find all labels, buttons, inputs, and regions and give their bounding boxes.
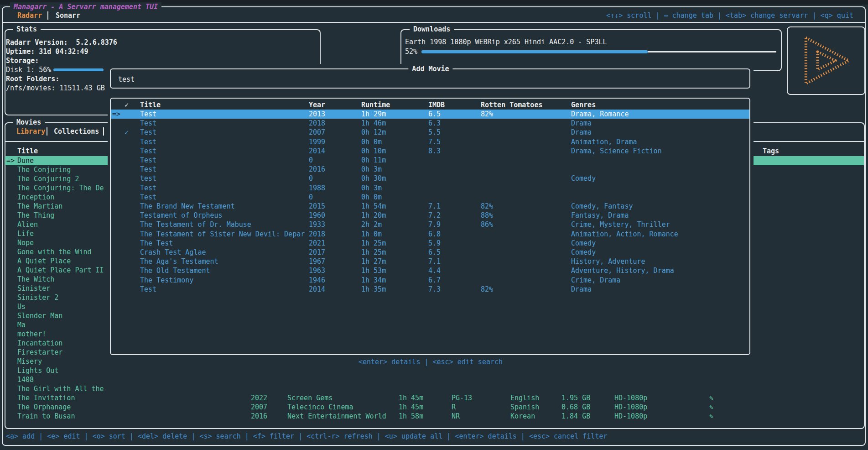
tab-sonarr[interactable]: Sonarr bbox=[56, 11, 80, 20]
movie-row-studio: Next Entertainment World bbox=[287, 412, 386, 421]
movies-panel-title: Movies bbox=[13, 118, 45, 127]
movie-list-item[interactable]: Life bbox=[17, 229, 34, 238]
result-title: Test bbox=[140, 193, 156, 202]
result-row[interactable]: =>Test20131h 29m6.582%Drama, Romance bbox=[111, 110, 749, 119]
movie-list-item[interactable]: The Orphanage bbox=[17, 403, 71, 412]
stats-panel-title: Stats bbox=[13, 25, 41, 34]
result-rotten_tomatoes: 88% bbox=[481, 211, 493, 220]
result-row[interactable]: Test00h 0m bbox=[111, 193, 749, 202]
movie-row-size: 1.84 GB bbox=[561, 412, 590, 421]
movie-list-item[interactable]: Gone with the Wind bbox=[17, 247, 92, 256]
disk-usage-label: Disk 1: 56% bbox=[6, 65, 51, 74]
result-row[interactable]: Test19880h 3m bbox=[111, 183, 749, 193]
result-genres: Fantasy, Drama bbox=[571, 211, 629, 220]
result-row[interactable]: Test19990h 0m7.5Animation, Drama bbox=[111, 137, 749, 147]
result-row[interactable]: The Test20211h 25m5.9Comedy bbox=[111, 239, 749, 248]
movie-list-item[interactable]: Us bbox=[17, 302, 26, 311]
result-row[interactable]: Test20141h 35m7.382%Drama bbox=[111, 285, 749, 294]
app-title: Managarr - A Servarr management TUI bbox=[10, 2, 161, 11]
movie-list-item[interactable]: Incantation bbox=[17, 339, 62, 348]
result-row[interactable]: Crash Test Aglae20171h 25m6.5Comedy bbox=[111, 248, 749, 257]
result-genres: Crime, Drama bbox=[571, 276, 620, 285]
movie-list-item[interactable]: Alien bbox=[17, 220, 38, 229]
result-imdb: 6.3 bbox=[428, 119, 441, 128]
movie-list-item[interactable]: Slender Man bbox=[17, 311, 62, 320]
movie-list-item[interactable]: Inception bbox=[17, 193, 54, 202]
result-imdb: 6.7 bbox=[428, 276, 441, 285]
tab-library[interactable]: Library bbox=[16, 127, 45, 136]
result-year: 0 bbox=[309, 156, 313, 165]
result-rotten_tomatoes: 82% bbox=[481, 110, 493, 119]
result-year: 1946 bbox=[309, 276, 325, 285]
result-year: 1963 bbox=[309, 266, 325, 275]
result-genres: Animation, Action, Romance bbox=[571, 230, 678, 239]
tab-separator bbox=[47, 127, 47, 136]
column-header: Title bbox=[140, 100, 161, 110]
result-runtime: 0h 11m bbox=[361, 156, 386, 165]
result-runtime: 0h 0m bbox=[361, 193, 382, 202]
radarr-version: Radarr Version: 5.2.6.8376 bbox=[6, 38, 117, 47]
bottom-help-bar: <a> add | <e> edit | <o> sort | <del> de… bbox=[6, 432, 608, 441]
download-progress-rest bbox=[648, 51, 776, 52]
movie-list-item[interactable]: Dune bbox=[17, 156, 34, 165]
result-row[interactable]: Test20140h 10m8.3Drama, Science Fiction bbox=[111, 147, 749, 156]
movie-list-item[interactable]: Nope bbox=[17, 238, 34, 247]
result-row[interactable]: test00h 30mComedy bbox=[111, 174, 749, 183]
result-year: 2014 bbox=[309, 147, 325, 156]
result-row[interactable]: Test20181h 46m6.3Drama bbox=[111, 119, 749, 128]
tab-radarr[interactable]: Radarr bbox=[17, 11, 42, 20]
movie-list-item[interactable]: The Witch bbox=[17, 275, 54, 284]
movie-list-item[interactable]: The Girl with All the bbox=[17, 384, 104, 393]
movie-row-runtime: 1h 45m bbox=[399, 403, 423, 412]
result-title: The Test bbox=[140, 239, 173, 248]
result-title: Test bbox=[140, 110, 156, 119]
movie-list-item[interactable]: The Conjuring 2 bbox=[17, 174, 79, 183]
movie-list-item[interactable]: A Quiet Place Part II bbox=[17, 266, 104, 275]
result-genres: Comedy bbox=[571, 239, 596, 248]
movie-list-item[interactable]: 1408 bbox=[17, 375, 34, 384]
movie-list-item[interactable]: Sinister 2 bbox=[17, 293, 58, 302]
result-imdb: 4.4 bbox=[428, 266, 441, 275]
movie-list-item[interactable]: The Thing bbox=[17, 211, 54, 220]
movie-row-year: 2016 bbox=[251, 412, 267, 421]
result-row[interactable]: The Brand New Testament20151h 54m7.182%C… bbox=[111, 202, 749, 211]
tab-collections[interactable]: Collections bbox=[54, 127, 99, 136]
movie-list-item[interactable]: Firestarter bbox=[17, 348, 62, 357]
result-year: 2007 bbox=[309, 128, 325, 137]
result-imdb: 7.1 bbox=[428, 257, 441, 266]
result-row[interactable]: The Testimony19461h 34m6.7Crime, Drama bbox=[111, 276, 749, 285]
movie-list-item[interactable]: A Quiet Place bbox=[17, 256, 71, 266]
movie-list-item[interactable]: Train to Busan bbox=[17, 412, 75, 421]
result-row[interactable]: The Aga's Testament19671h 27m7.1History,… bbox=[111, 257, 749, 266]
movie-row-certification: R bbox=[452, 403, 456, 412]
result-row[interactable]: The Testament of Sister New Devil: Depar… bbox=[111, 230, 749, 239]
result-row[interactable]: The Old Testament19631h 53m4.4Adventure,… bbox=[111, 266, 749, 275]
movie-list-item[interactable]: Ma bbox=[17, 320, 26, 330]
movie-row-certification: NR bbox=[452, 412, 460, 421]
result-runtime: 0h 3m bbox=[361, 165, 382, 174]
result-row[interactable]: Test20160h 3m bbox=[111, 165, 749, 174]
result-row[interactable]: Test00h 11m bbox=[111, 156, 749, 165]
search-input[interactable] bbox=[118, 75, 743, 84]
result-year: 2018 bbox=[309, 119, 325, 128]
movie-list-item[interactable]: The Conjuring: The De bbox=[17, 183, 104, 193]
downloads-panel-title: Downloads bbox=[410, 25, 454, 34]
result-year: 2016 bbox=[309, 165, 325, 174]
movie-list-item[interactable]: Sinister bbox=[17, 284, 50, 293]
result-imdb: 6.8 bbox=[428, 230, 441, 239]
movie-list-item[interactable]: Lights Out bbox=[17, 366, 58, 375]
movie-list-item[interactable]: mother! bbox=[17, 330, 46, 339]
result-row[interactable]: Testament of Orpheus19601h 20m7.288%Fant… bbox=[111, 211, 749, 220]
movie-list-item[interactable]: The Martian bbox=[17, 202, 62, 211]
result-title: Testament of Orpheus bbox=[140, 211, 223, 220]
result-row[interactable]: ✓Test20070h 12m5.5Drama bbox=[111, 128, 749, 137]
storage-label: Storage: bbox=[6, 56, 39, 65]
result-title: The Old Testament bbox=[140, 266, 210, 275]
result-row[interactable]: The Testament of Dr. Mabuse19332h 2m7.98… bbox=[111, 220, 749, 229]
movie-list-item[interactable]: The Invitation bbox=[17, 393, 75, 403]
result-year: 2013 bbox=[309, 110, 325, 119]
result-title: Test bbox=[140, 285, 156, 294]
result-runtime: 1h 0m bbox=[361, 230, 382, 239]
movie-list-item[interactable]: Misery bbox=[17, 357, 42, 366]
movie-list-item[interactable]: The Conjuring bbox=[17, 165, 71, 174]
